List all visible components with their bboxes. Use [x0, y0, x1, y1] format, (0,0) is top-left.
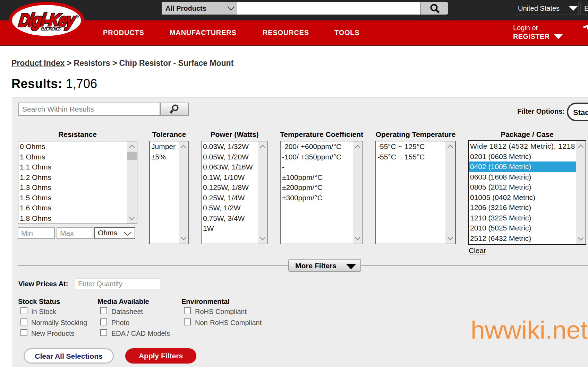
svg-text:R: R	[76, 16, 78, 18]
svg-text:ELECTRONICS: ELECTRONICS	[41, 26, 61, 32]
